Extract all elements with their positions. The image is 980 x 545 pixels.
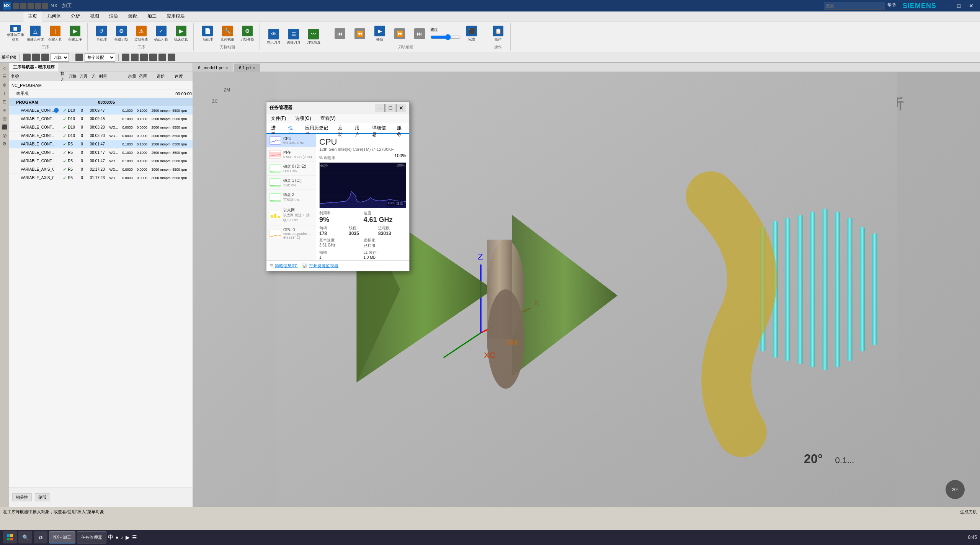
- tm-sidebar-gpu[interactable]: GPU 0 NVIDIA Quadro ... 6% (43 °C): [266, 225, 316, 242]
- tm-tab-services[interactable]: 服务: [392, 123, 410, 134]
- taskbar-taskmgr-item[interactable]: 任务管理器: [77, 531, 106, 543]
- toolbar-icon-9[interactable]: [158, 54, 166, 61]
- toolbar-icon-2[interactable]: [32, 54, 40, 61]
- finish-btn[interactable]: ⬛ 完成: [462, 24, 481, 43]
- ribbon-tab-analysis[interactable]: 分析: [66, 11, 85, 21]
- restore-button[interactable]: □: [953, 2, 965, 10]
- tm-close-btn[interactable]: ✕: [396, 104, 406, 112]
- toolbar-icon-10[interactable]: [168, 54, 175, 61]
- ribbon-tab-machining[interactable]: 加工: [142, 11, 162, 21]
- geom-tool-btn[interactable]: 🔧 几何视图: [218, 24, 237, 43]
- tm-sidebar-disk2[interactable]: 磁盘 2 可移动 0%: [266, 190, 316, 205]
- table-row-6[interactable]: VARIABLE_CONT... ✓ R5 0 00:01:47 WO... 0…: [9, 157, 193, 165]
- vp-tab-model2[interactable]: 6.1.prt ✕: [234, 64, 260, 72]
- end-btn[interactable]: ⏭: [410, 24, 429, 43]
- show-tool-btn[interactable]: 👁 显示刀具: [265, 28, 283, 46]
- table-row-3[interactable]: VARIABLE_CONT... ✓ D10 0 00:03:20 WO... …: [9, 132, 193, 140]
- toolbar-icon-6[interactable]: [131, 54, 139, 61]
- toolbar-dropdown-1[interactable]: 刀轨: [51, 53, 69, 62]
- create-geometry-btn[interactable]: △ 创建几何体: [26, 24, 44, 43]
- toolbar-icon-5[interactable]: [122, 54, 129, 61]
- fwd-btn[interactable]: ⏩: [390, 24, 409, 43]
- create-op-btn[interactable]: ▶ 创建工序: [66, 24, 84, 43]
- close-button[interactable]: ✕: [965, 2, 977, 10]
- icon-bar-btn-2[interactable]: ☰: [1, 73, 8, 80]
- create-workpiece-btn[interactable]: ◼ 创建加工坐标系: [6, 24, 24, 43]
- icon-bar-btn-1[interactable]: ◁: [1, 64, 8, 72]
- taskview-btn[interactable]: ⧉: [34, 531, 47, 543]
- qa-icon-5[interactable]: [42, 3, 48, 9]
- table-row-0[interactable]: VARIABLE_CONT... 🔵 ✓ D10 0 00:09:47 0.10…: [9, 106, 193, 115]
- tray-icon-play[interactable]: ▶: [126, 534, 130, 540]
- ribbon-tab-render[interactable]: 渲染: [104, 11, 123, 21]
- rewind-btn[interactable]: ⏮: [331, 24, 349, 43]
- confirm-tool-btn[interactable]: ✓ 确认刀轨: [152, 24, 170, 43]
- qa-icon-2[interactable]: [20, 3, 26, 9]
- tm-tab-performance[interactable]: 性能: [284, 123, 301, 134]
- table-row-8[interactable]: VARIABLE_AXIS_G... ✓ R5 0 01:17:23 WO...…: [9, 174, 193, 182]
- minimize-button[interactable]: ─: [941, 2, 952, 10]
- qa-icon-4[interactable]: [35, 3, 41, 9]
- tray-icon-menu[interactable]: ☰: [132, 534, 137, 540]
- toolbar-icon-1[interactable]: [23, 54, 31, 61]
- icon-bar-btn-7[interactable]: ▤: [1, 115, 8, 122]
- tm-sidebar-disk1[interactable]: 磁盘 1 (C:) SSD 0%: [266, 176, 316, 190]
- back-btn[interactable]: ⏪: [351, 24, 369, 43]
- create-tool-btn[interactable]: | 创建刀具: [46, 24, 64, 43]
- ribbon-tab-view[interactable]: 视图: [85, 11, 104, 21]
- backtrack-btn[interactable]: 倒节: [35, 493, 50, 501]
- toolbar-icon-7[interactable]: [140, 54, 148, 61]
- tm-tab-startup[interactable]: 启动: [333, 123, 351, 134]
- toolbar-icon-4[interactable]: [75, 54, 83, 61]
- table-row-7[interactable]: VARIABLE_AXIS_G... ✓ R5 0 01:17:23 WO...…: [9, 165, 193, 174]
- tray-icon-diamond[interactable]: ♦: [116, 534, 118, 540]
- gen-tool-path-btn[interactable]: ⚙ 生成刀轨: [112, 24, 131, 43]
- ribbon-tab-home[interactable]: 主页: [23, 11, 42, 21]
- tm-monitor-text[interactable]: 打开资源监视器: [309, 263, 338, 269]
- table-row-5[interactable]: VARIABLE_CONT... ✓ R5 0 00:01:47 WO... 0…: [9, 148, 193, 157]
- taskbar-search-btn[interactable]: 🔍: [18, 531, 32, 543]
- vp-tab-model1-close[interactable]: ✕: [225, 66, 228, 70]
- tm-sidebar-disk0[interactable]: 磁盘 0 (D: E:) HDD 0%: [266, 162, 316, 176]
- tm-summary-btn[interactable]: ☰ 简略信息(D): [270, 263, 297, 269]
- table-row-2[interactable]: VARIABLE_CONT... ✓ D10 0 00:03:20 WO... …: [9, 123, 193, 132]
- tm-menu-view[interactable]: 查看(V): [319, 114, 337, 122]
- post-process-btn[interactable]: 📄 后处理: [198, 24, 217, 43]
- ribbon-tab-apps[interactable]: 应用模块: [162, 11, 190, 21]
- tray-icon-music[interactable]: ♪: [121, 534, 123, 540]
- search-input[interactable]: [824, 2, 885, 10]
- ribbon-tab-assembly[interactable]: 装配: [123, 11, 142, 21]
- machine-sim-btn[interactable]: ▶ 机床仿真: [172, 24, 190, 43]
- vp-tab-model1[interactable]: 6._model1.prt ✕: [193, 64, 233, 72]
- tray-icon-zh[interactable]: 中: [108, 534, 113, 541]
- icon-bar-btn-5[interactable]: ⊡: [1, 98, 8, 106]
- icon-bar-btn-4[interactable]: ↕: [1, 90, 8, 97]
- row-unused[interactable]: 未用项 00:00:00: [9, 90, 193, 98]
- tm-monitor-btn[interactable]: 📊 打开资源监视器: [302, 263, 338, 269]
- tm-tab-processes[interactable]: 进程: [266, 123, 284, 134]
- tm-menu-options[interactable]: 选项(O): [294, 114, 312, 122]
- tm-restore-btn[interactable]: □: [385, 104, 395, 112]
- speed-slider[interactable]: [430, 34, 461, 40]
- row-program[interactable]: PROGRAM 03:08:05: [9, 98, 193, 106]
- qa-icon-3[interactable]: [28, 3, 34, 9]
- tm-tab-details[interactable]: 详细信息: [368, 123, 392, 134]
- icon-bar-btn-8[interactable]: ⬛: [1, 123, 8, 131]
- icon-bar-btn-3[interactable]: ⊕: [1, 81, 8, 89]
- table-row-1[interactable]: VARIABLE_CONT... ✓ D10 0 00:09:45 0.1000…: [9, 115, 193, 123]
- ribbon-tab-geometry[interactable]: 几何体: [42, 11, 66, 21]
- tm-minimize-btn[interactable]: ─: [375, 104, 385, 112]
- toolbar-dropdown-2[interactable]: 整个装配: [85, 53, 115, 62]
- qa-icon-1[interactable]: [13, 3, 19, 9]
- icon-bar-btn-10[interactable]: ⚙: [1, 140, 8, 148]
- icon-bar-btn-9[interactable]: ◎: [1, 132, 8, 139]
- row-nc-program[interactable]: NC_PROGRAM: [9, 81, 193, 90]
- ops-tool-btn[interactable]: ⚙ 刀轨变换: [238, 24, 256, 43]
- icon-bar-btn-6[interactable]: ≡: [1, 106, 8, 114]
- vp-tab-model2-close[interactable]: ✕: [252, 66, 255, 70]
- table-row-4[interactable]: VARIABLE_CONT... ✓ R5 0 00:01:47 0.1000 …: [9, 140, 193, 148]
- reprocess-btn[interactable]: ↺ 再处理: [92, 24, 111, 43]
- tm-summary-text[interactable]: 简略信息(D): [275, 263, 297, 269]
- action-btn-1[interactable]: 📋 操作: [489, 24, 507, 43]
- tm-menu-file[interactable]: 文件(F): [270, 114, 287, 122]
